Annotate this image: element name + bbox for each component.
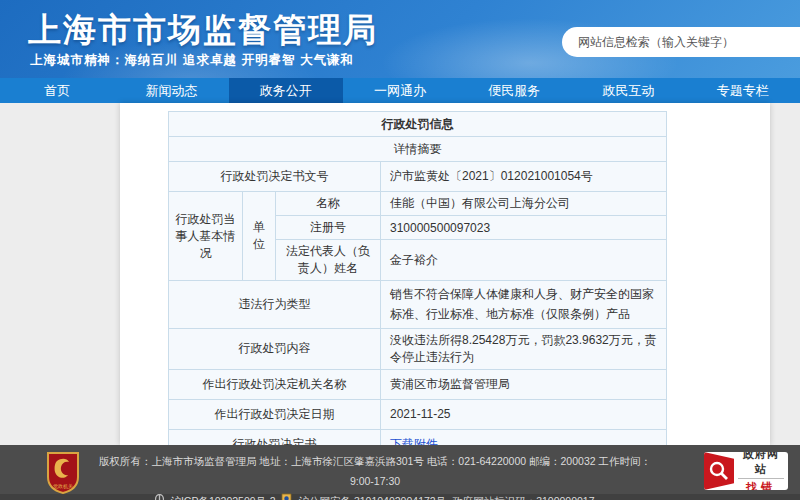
table-row: 行政处罚信息 (169, 112, 667, 137)
nav-item-interaction[interactable]: 政民互动 (571, 78, 685, 103)
nav-item-services[interactable]: 便民服务 (457, 78, 571, 103)
reg-no-label: 注册号 (276, 216, 381, 240)
party-type-label: 单位 (243, 192, 276, 281)
nav-item-home[interactable]: 首页 (0, 78, 114, 103)
footer-line2: 沪ICP备10202509号-2 沪公网安备 31010402004172号 政… (95, 491, 655, 500)
footer-line1: 版权所有：上海市市场监督管理局 地址：上海市徐汇区肇嘉浜路301号 电话：021… (95, 451, 655, 491)
party-gov-shield-icon[interactable]: 党政机关 (46, 451, 80, 494)
error-badge-line2: 找错 (734, 479, 788, 490)
decision-date-value: 2021-11-25 (381, 399, 667, 429)
party-name-label: 名称 (276, 192, 381, 216)
magnifier-flag-icon (704, 452, 734, 490)
penalty-detail-table: 行政处罚信息 详情摘要 行政处罚决定书文号 沪市监黄处〔2021〕0120210… (168, 111, 667, 460)
penalty-content-value: 没收违法所得8.25428万元，罚款23.9632万元，责令停止违法行为 (381, 328, 667, 369)
site-slogan: 上海城市精神：海纳百川 追求卓越 开明睿智 大气谦和 (30, 52, 354, 69)
icp-number[interactable]: 沪ICP备10202509号-2 (170, 491, 275, 500)
nav-item-gov-info[interactable]: 政务公开 (229, 78, 343, 103)
site-footer: 党政机关 版权所有：上海市市场监督管理局 地址：上海市徐汇区肇嘉浜路301号 电… (0, 445, 800, 500)
page: 上海市市场监督管理局 上海城市精神：海纳百川 追求卓越 开明睿智 大气谦和 首页… (0, 0, 800, 500)
doc-no-value: 沪市监黄处〔2021〕012021001054号 (381, 162, 667, 192)
search-input[interactable] (578, 35, 778, 49)
table-row: 行政处罚当事人基本情况 单位 名称 佳能（中国）有限公司上海分公司 (169, 192, 667, 216)
error-badge-text: 政府网站 找错 (734, 452, 788, 490)
table-row: 行政处罚内容 没收违法所得8.25428万元，罚款23.9632万元，责令停止违… (169, 328, 667, 369)
content-panel: 行政处罚信息 详情摘要 行政处罚决定书文号 沪市监黄处〔2021〕0120210… (120, 103, 770, 445)
gov-site-error-report-badge[interactable]: 政府网站 找错 (704, 452, 788, 490)
svg-text:党政机关: 党政机关 (53, 483, 73, 490)
main-nav: 首页 新闻动态 政务公开 一网通办 便民服务 政民互动 专题专栏 (0, 78, 800, 103)
legal-rep-label: 法定代表人（负责人）姓名 (276, 240, 381, 281)
footer-info: 版权所有：上海市市场监督管理局 地址：上海市徐汇区肇嘉浜路301号 电话：021… (95, 451, 655, 500)
site-code: 政府网站标识码：3100000017 (452, 491, 594, 500)
legal-rep-value: 金子裕介 (381, 240, 667, 281)
table-row: 违法行为类型 销售不符合保障人体健康和人身、财产安全的国家标准、行业标准、地方标… (169, 281, 667, 329)
reg-no-value: 310000500097023 (381, 216, 667, 240)
penalty-content-label: 行政处罚内容 (169, 328, 381, 369)
violation-type-value: 销售不符合保障人体健康和人身、财产安全的国家标准、行业标准、地方标准（仅限条例）… (381, 281, 667, 329)
violation-type-label: 违法行为类型 (169, 281, 381, 329)
table-row: 作出行政处罚决定机关名称 黄浦区市场监督管理局 (169, 369, 667, 399)
site-title: 上海市市场监督管理局 (28, 8, 378, 53)
doc-no-label: 行政处罚决定书文号 (169, 162, 381, 192)
icp-icon (155, 491, 164, 500)
site-header: 上海市市场监督管理局 上海城市精神：海纳百川 追求卓越 开明睿智 大气谦和 (0, 0, 800, 78)
error-badge-line1: 政府网站 (738, 452, 784, 479)
table-row: 行政处罚决定书文号 沪市监黄处〔2021〕012021001054号 (169, 162, 667, 192)
authority-label: 作出行政处罚决定机关名称 (169, 369, 381, 399)
nav-item-one-stop[interactable]: 一网通办 (343, 78, 457, 103)
table-subtitle: 详情摘要 (169, 137, 667, 162)
police-number[interactable]: 沪公网安备 31010402004172号 (298, 491, 446, 500)
party-section-label: 行政处罚当事人基本情况 (169, 192, 243, 281)
table-title: 行政处罚信息 (169, 112, 667, 137)
authority-value: 黄浦区市场监督管理局 (381, 369, 667, 399)
table-row: 作出行政处罚决定日期 2021-11-25 (169, 399, 667, 429)
search-bar[interactable] (562, 27, 800, 57)
content-area: 行政处罚信息 详情摘要 行政处罚决定书文号 沪市监黄处〔2021〕0120210… (0, 103, 800, 445)
police-badge-icon (281, 491, 292, 500)
nav-item-news[interactable]: 新闻动态 (114, 78, 228, 103)
decision-date-label: 作出行政处罚决定日期 (169, 399, 381, 429)
table-row: 详情摘要 (169, 137, 667, 162)
party-name-value: 佳能（中国）有限公司上海分公司 (381, 192, 667, 216)
nav-item-topics[interactable]: 专题专栏 (686, 78, 800, 103)
